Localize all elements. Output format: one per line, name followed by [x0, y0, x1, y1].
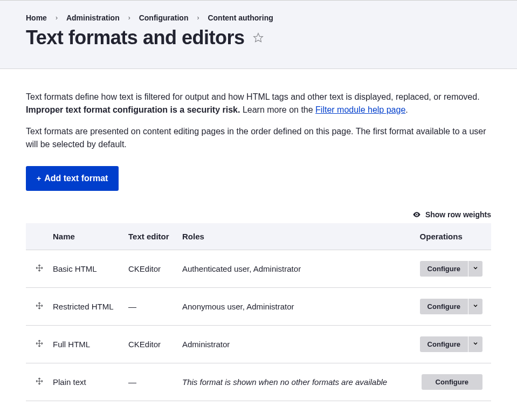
- format-roles: This format is shown when no other forma…: [178, 363, 416, 401]
- format-editor: CKEditor: [124, 250, 178, 288]
- formats-table: Name Text editor Roles Operations Basic …: [26, 223, 491, 401]
- format-ops: Configure: [416, 326, 491, 363]
- col-header-editor: Text editor: [124, 223, 178, 250]
- format-roles: Authenticated user, Administrator: [178, 250, 416, 288]
- intro-warning: Improper text format configuration is a …: [26, 105, 240, 114]
- format-ops: Configure: [416, 363, 491, 401]
- intro-text-2: Learn more on the: [240, 105, 315, 114]
- configure-button[interactable]: Configure: [422, 374, 482, 390]
- intro-paragraph-2: Text formats are presented on content ed…: [26, 125, 491, 151]
- chevron-right-icon: ›: [197, 14, 199, 22]
- star-icon[interactable]: [253, 32, 264, 43]
- table-row: Plain text—This format is shown when no …: [26, 363, 491, 401]
- drag-handle-icon[interactable]: [35, 263, 44, 273]
- col-header-roles: Roles: [178, 223, 416, 250]
- show-row-weights-toggle[interactable]: Show row weights: [26, 210, 491, 219]
- breadcrumb: Home › Administration › Configuration › …: [26, 13, 491, 22]
- drag-handle-icon[interactable]: [35, 301, 44, 311]
- col-header-name: Name: [49, 223, 124, 250]
- format-editor: CKEditor: [124, 326, 178, 363]
- chevron-right-icon: ›: [56, 14, 58, 22]
- intro-text: Text formats define how text is filtered…: [26, 91, 491, 151]
- drag-handle-icon[interactable]: [35, 339, 44, 348]
- breadcrumb-admin[interactable]: Administration: [66, 13, 120, 22]
- filter-help-link[interactable]: Filter module help page: [315, 105, 405, 114]
- format-ops: Configure: [416, 250, 491, 288]
- intro-text-1: Text formats define how text is filtered…: [26, 92, 480, 101]
- svg-marker-0: [254, 33, 263, 42]
- breadcrumb-home[interactable]: Home: [26, 13, 47, 22]
- format-editor: —: [124, 288, 178, 326]
- configure-button[interactable]: Configure: [420, 299, 468, 314]
- drag-handle-icon[interactable]: [35, 376, 44, 386]
- format-name: Basic HTML: [49, 250, 124, 288]
- format-roles: Anonymous user, Administrator: [178, 288, 416, 326]
- dropdown-caret-button[interactable]: [468, 299, 482, 314]
- chevron-down-icon: [472, 340, 479, 348]
- configure-button[interactable]: Configure: [420, 336, 468, 352]
- plus-icon: +: [37, 174, 41, 183]
- chevron-down-icon: [472, 302, 479, 311]
- format-roles: Administrator: [178, 326, 416, 363]
- format-ops: Configure: [416, 288, 491, 326]
- format-name: Full HTML: [49, 326, 124, 363]
- col-header-handle: [26, 223, 49, 250]
- dropdown-caret-button[interactable]: [468, 261, 482, 277]
- intro-text-3: .: [405, 105, 408, 114]
- breadcrumb-content[interactable]: Content authoring: [208, 13, 273, 22]
- col-header-ops: Operations: [416, 223, 491, 250]
- format-editor: —: [124, 363, 178, 401]
- show-weights-label: Show row weights: [425, 210, 491, 219]
- format-name: Restricted HTML: [49, 288, 124, 326]
- breadcrumb-config[interactable]: Configuration: [139, 13, 189, 22]
- chevron-down-icon: [472, 265, 479, 273]
- add-text-format-button[interactable]: + Add text format: [26, 166, 119, 191]
- chevron-right-icon: ›: [128, 14, 130, 22]
- dropdown-caret-button[interactable]: [468, 336, 482, 352]
- table-row: Full HTMLCKEditorAdministratorConfigure: [26, 326, 491, 363]
- configure-button[interactable]: Configure: [420, 261, 468, 277]
- format-name: Plain text: [49, 363, 124, 401]
- add-button-label: Add text format: [44, 174, 108, 183]
- table-row: Restricted HTML—Anonymous user, Administ…: [26, 288, 491, 326]
- eye-icon: [412, 210, 421, 219]
- table-row: Basic HTMLCKEditorAuthenticated user, Ad…: [26, 250, 491, 288]
- page-title: Text formats and editors: [26, 26, 244, 49]
